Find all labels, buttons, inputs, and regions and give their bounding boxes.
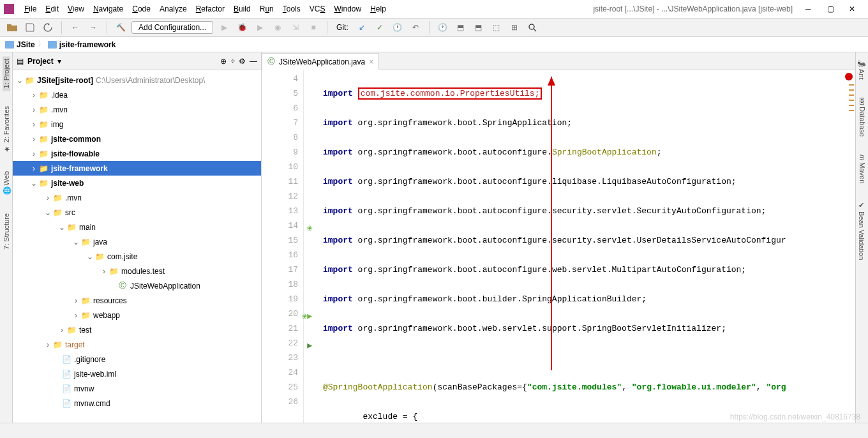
tree-node-file[interactable]: 📄mvnw.cmd — [13, 396, 261, 411]
tree-node[interactable]: ›📁jsite-common — [13, 132, 261, 146]
window-title: jsite-root [...\JSite] - ...\JSiteWebApp… — [593, 4, 793, 13]
scroll-from-source-icon[interactable]: ⊕ — [220, 57, 227, 66]
gear-icon[interactable]: ⚙ — [239, 57, 246, 66]
stop-icon[interactable]: ■ — [306, 20, 320, 34]
save-icon[interactable] — [23, 20, 37, 34]
menu-file[interactable]: FFileile — [20, 3, 40, 15]
tool-favorites[interactable]: ★ 2: Favorites — [2, 103, 10, 156]
tbicon-3[interactable]: ⬚ — [490, 20, 504, 34]
run-gutter-icon[interactable]: ▶ — [307, 338, 312, 353]
forward-icon[interactable]: → — [86, 20, 100, 34]
collapse-icon[interactable]: — — [250, 57, 257, 66]
tree-node[interactable]: ›📁target — [13, 337, 261, 352]
editor[interactable]: 45678910111213 14❀ 1516171819 20❀▶ 21 22… — [262, 70, 855, 423]
divide-icon[interactable]: ÷ — [230, 57, 235, 66]
tree-node-file[interactable]: 📄mvnw — [13, 381, 261, 396]
git-commit-icon[interactable]: ✓ — [373, 20, 387, 34]
search-icon[interactable] — [525, 20, 539, 34]
spring-icon[interactable]: ❀ — [307, 221, 312, 236]
error-stripe[interactable] — [849, 80, 855, 115]
run-config-selector[interactable]: Add Configuration... — [131, 21, 213, 34]
menu-window[interactable]: Window — [330, 3, 365, 15]
git-update-icon[interactable]: ↙ — [355, 20, 369, 34]
editor-panel: Ⓒ JSiteWebApplication.java × 45678910111… — [262, 52, 855, 423]
tree-node[interactable]: ›📁jsite-flowable — [13, 146, 261, 161]
breadcrumb-item[interactable]: jsite-framework — [48, 40, 116, 49]
tool-database[interactable]: 🗄 Database — [858, 95, 866, 139]
hammer-icon[interactable]: 🔨 — [114, 20, 128, 34]
close-icon[interactable]: ✕ — [849, 4, 858, 13]
git-history-icon[interactable]: 🕐 — [391, 20, 405, 34]
menu-tools[interactable]: Tools — [279, 3, 304, 15]
tree-node[interactable]: ›📁test — [13, 322, 261, 337]
tree-node[interactable]: ›📁.mvn — [13, 102, 261, 117]
project-header: ▤ Project ▾ ⊕ ÷ ⚙ — — [13, 52, 261, 70]
editor-tab[interactable]: Ⓒ JSiteWebApplication.java × — [262, 53, 379, 70]
project-view-icon: ▤ — [17, 57, 24, 66]
tbicon-1[interactable]: ⬒ — [454, 20, 468, 34]
tree-node-selected[interactable]: ›📁jsite-framework — [13, 161, 261, 176]
dropdown-icon[interactable]: ▾ — [57, 57, 61, 66]
tree-node[interactable]: ›📁.idea — [13, 87, 261, 102]
tool-project[interactable]: 1: Project — [3, 56, 10, 91]
tree-node-root[interactable]: ⌄📁JSite [jsite-root]C:\Users\Administrat… — [13, 73, 261, 87]
tree-node[interactable]: ⌄📁main — [13, 220, 261, 234]
tree-node[interactable]: ›📁webapp — [13, 308, 261, 322]
attach-icon[interactable]: ⇲ — [288, 20, 303, 34]
code-area[interactable]: import com.jsite.common.io.PropertiesUti… — [304, 70, 855, 423]
tree-node-file[interactable]: 📄jsite-web.iml — [13, 366, 261, 381]
tree-node-file[interactable]: 📄.gitignore — [13, 352, 261, 366]
tree-node[interactable]: ⌄📁jsite-web — [13, 176, 261, 190]
menu-navigate[interactable]: Navigate — [89, 3, 127, 15]
menu-edit[interactable]: Edit — [41, 3, 63, 15]
maximize-icon[interactable]: ▢ — [827, 4, 836, 13]
project-tool-window: ▤ Project ▾ ⊕ ÷ ⚙ — ⌄📁JSite [jsite-root]… — [13, 52, 262, 423]
menu-analyze[interactable]: Analyze — [156, 3, 191, 15]
tree-node[interactable]: ›📁.mvn — [13, 190, 261, 205]
menu-help[interactable]: Help — [366, 3, 390, 15]
error-indicator-icon[interactable] — [845, 73, 853, 80]
spring-run-icon[interactable]: ❀▶ — [302, 309, 312, 324]
tree-node[interactable]: ⌄📁com.jsite — [13, 249, 261, 264]
tree-node[interactable]: ›📁modules.test — [13, 264, 261, 278]
menu-code[interactable]: Code — [128, 3, 154, 15]
tree-node-file[interactable]: ⒸJSiteWebApplication — [13, 278, 261, 293]
menu-refactor[interactable]: Refactor — [192, 3, 228, 15]
tool-structure[interactable]: 7: Structure — [3, 211, 10, 252]
editor-tabs: Ⓒ JSiteWebApplication.java × — [262, 52, 855, 70]
git-rollback-icon[interactable]: ↶ — [408, 20, 423, 34]
menu-run[interactable]: Run — [256, 3, 278, 15]
tree-node[interactable]: ⌄📁java — [13, 234, 261, 249]
breadcrumb-item[interactable]: JSite — [5, 40, 35, 49]
menu-build[interactable]: Build — [230, 3, 255, 15]
left-tool-stripe: 1: Project ★ 2: Favorites 🌐 Web 7: Struc… — [0, 52, 13, 423]
run-icon[interactable]: ▶ — [217, 20, 231, 34]
class-icon: Ⓒ — [267, 56, 275, 67]
tool-bean[interactable]: ✔ Bean Validation — [858, 199, 866, 262]
status-bar — [0, 423, 868, 438]
tree-node[interactable]: ›📁resources — [13, 293, 261, 308]
tab-close-icon[interactable]: × — [369, 57, 373, 66]
navigation-bar: JSite 〉 jsite-framework — [0, 37, 868, 52]
line-gutter[interactable]: 45678910111213 14❀ 1516171819 20❀▶ 21 22… — [262, 70, 304, 423]
profile-icon[interactable]: ◉ — [271, 20, 285, 34]
tbicon-4[interactable]: ⊞ — [507, 20, 521, 34]
tool-web[interactable]: 🌐 Web — [2, 169, 10, 198]
tree-node[interactable]: ⌄📁src — [13, 205, 261, 220]
chevron-right-icon: 〉 — [38, 39, 45, 50]
tree-node[interactable]: ›📁img — [13, 117, 261, 132]
tbicon-2[interactable]: ⬒ — [472, 20, 486, 34]
project-tree[interactable]: ⌄📁JSite [jsite-root]C:\Users\Administrat… — [13, 70, 261, 423]
menu-view[interactable]: View — [64, 3, 88, 15]
menu-vcs[interactable]: VCS — [306, 3, 329, 15]
coverage-icon[interactable]: ▶ — [253, 20, 267, 34]
history-icon[interactable]: 🕐 — [436, 20, 450, 34]
watermark: https://blog.csdn.net/weixin_40816738 — [730, 412, 860, 421]
refresh-icon[interactable] — [41, 20, 55, 34]
back-icon[interactable]: ← — [68, 20, 82, 34]
tool-maven[interactable]: m Maven — [858, 152, 866, 186]
minimize-icon[interactable]: ─ — [805, 4, 814, 13]
open-icon[interactable] — [5, 20, 19, 34]
tool-ant[interactable]: 🐜 Ant — [858, 56, 866, 82]
debug-icon[interactable]: 🐞 — [235, 20, 249, 34]
